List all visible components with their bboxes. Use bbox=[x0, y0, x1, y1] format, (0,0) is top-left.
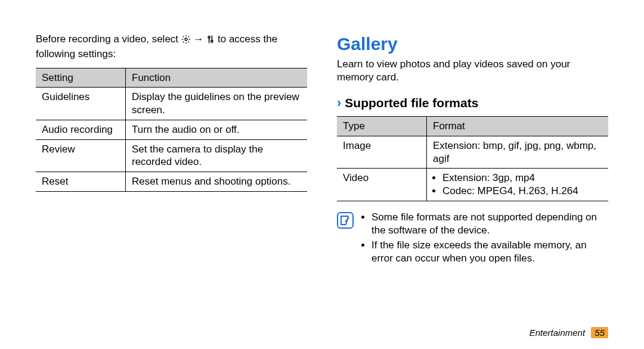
table-row: Audio recording Turn the audio on or off… bbox=[36, 120, 307, 139]
note-list: Some file formats are not supported depe… bbox=[361, 211, 608, 267]
cell-setting: Review bbox=[36, 139, 126, 172]
svg-point-0 bbox=[185, 38, 187, 40]
subhead-label: Supported file formats bbox=[345, 95, 478, 111]
right-column: Gallery Learn to view photos and play vi… bbox=[337, 33, 608, 349]
footer-page-number: 55 bbox=[591, 327, 608, 338]
gallery-intro: Learn to view photos and play videos sav… bbox=[337, 58, 608, 84]
col-setting: Setting bbox=[36, 68, 126, 88]
formats-table: Type Format Image Extension: bmp, gif, j… bbox=[337, 116, 608, 201]
cell-function: Set the camera to display the recorded v… bbox=[126, 139, 308, 172]
recording-intro: Before recording a video, select → to ac… bbox=[36, 33, 307, 61]
left-column: Before recording a video, select → to ac… bbox=[36, 33, 307, 349]
svg-point-4 bbox=[211, 40, 213, 42]
cell-format: Extension: bmp, gif, jpg, png, wbmp, agi… bbox=[427, 136, 609, 169]
cell-function: Reset menus and shooting options. bbox=[126, 172, 308, 192]
section-title-gallery: Gallery bbox=[337, 33, 608, 55]
gear-icon bbox=[181, 35, 191, 48]
cell-setting: Reset bbox=[36, 172, 126, 192]
table-row: Guidelines Display the guidelines on the… bbox=[36, 88, 307, 120]
cell-setting: Guidelines bbox=[36, 88, 126, 120]
cell-setting: Audio recording bbox=[36, 120, 126, 139]
intro-text-mid: → bbox=[194, 33, 207, 45]
page-footer: Entertainment 55 bbox=[530, 327, 608, 338]
list-item: Extension: 3gp, mp4 bbox=[442, 172, 602, 185]
cell-type: Video bbox=[337, 169, 427, 201]
note-box: Some file formats are not supported depe… bbox=[337, 211, 608, 267]
list-item: Some file formats are not supported depe… bbox=[371, 211, 608, 237]
note-icon bbox=[337, 212, 354, 229]
table-header-row: Type Format bbox=[337, 117, 608, 136]
list-item: Codec: MPEG4, H.263, H.264 bbox=[442, 185, 602, 198]
table-header-row: Setting Function bbox=[36, 68, 307, 88]
settings-table: Setting Function Guidelines Display the … bbox=[36, 68, 307, 192]
col-function: Function bbox=[126, 68, 308, 88]
subheading-supported-formats: › Supported file formats bbox=[337, 95, 608, 111]
table-row: Image Extension: bmp, gif, jpg, png, wbm… bbox=[337, 136, 608, 169]
col-format: Format bbox=[427, 117, 609, 136]
cell-function: Turn the audio on or off. bbox=[126, 120, 308, 139]
slider-icon bbox=[206, 35, 215, 48]
table-row: Review Set the camera to display the rec… bbox=[36, 139, 307, 172]
list-item: If the file size exceeds the available m… bbox=[371, 239, 608, 265]
col-type: Type bbox=[337, 117, 427, 136]
format-bullets: Extension: 3gp, mp4 Codec: MPEG4, H.263,… bbox=[433, 172, 602, 198]
cell-type: Image bbox=[337, 136, 427, 169]
svg-point-2 bbox=[208, 36, 210, 38]
intro-text-pre: Before recording a video, select bbox=[36, 33, 181, 45]
table-row: Video Extension: 3gp, mp4 Codec: MPEG4, … bbox=[337, 169, 608, 201]
cell-function: Display the guidelines on the preview sc… bbox=[126, 88, 308, 120]
cell-format: Extension: 3gp, mp4 Codec: MPEG4, H.263,… bbox=[427, 169, 609, 201]
table-row: Reset Reset menus and shooting options. bbox=[36, 172, 307, 192]
page: Before recording a video, select → to ac… bbox=[0, 0, 644, 349]
footer-category: Entertainment bbox=[530, 328, 585, 338]
chevron-right-icon: › bbox=[337, 95, 341, 111]
